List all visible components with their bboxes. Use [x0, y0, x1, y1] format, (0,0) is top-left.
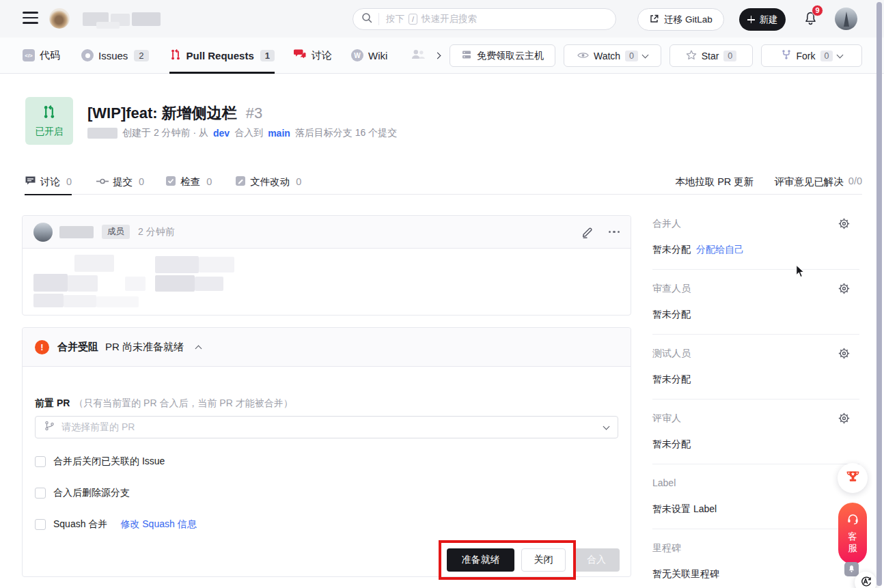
delete-branch-label: 合入后删除源分支	[53, 487, 130, 499]
bell-icon	[803, 16, 818, 28]
pr-meta-line: 创建于 2 分钟前 · 从 dev 合入到 main 落后目标分支 16 个提交	[87, 127, 397, 139]
reviewers-gear-icon[interactable]	[838, 283, 850, 297]
file-edit-icon	[235, 176, 246, 188]
mini-bell-icon	[848, 563, 855, 576]
top-header: 按下 / 快速开启搜索 迁移 GitLab 新建 9	[0, 0, 884, 38]
translate-button[interactable]	[855, 572, 876, 588]
merge-button-disabled[interactable]: 合入	[573, 548, 620, 572]
fork-count-badge: 0	[820, 51, 833, 61]
close-pr-button[interactable]: 关闭	[521, 548, 566, 572]
pull-request-icon	[169, 48, 182, 63]
headset-icon	[846, 514, 859, 527]
delete-branch-checkbox[interactable]	[35, 488, 46, 499]
prereq-pr-hint: （只有当前置的 PR 合入后，当前 PR 才能被合并）	[74, 397, 292, 408]
gitee-pull-request-page: 按下 / 快速开启搜索 迁移 GitLab 新建 9 </> 代码	[0, 0, 884, 588]
migrate-gitlab-button[interactable]: 迁移 GitLab	[637, 8, 724, 31]
star-button[interactable]: Star 0	[669, 44, 753, 67]
merge-blocked-subtitle: PR 尚未准备就绪	[105, 341, 184, 354]
edit-comment-icon[interactable]	[581, 226, 594, 238]
mini-notification-button[interactable]	[844, 562, 859, 576]
checkbox-row-squash: Squash 合并 修改 Squash 信息	[35, 518, 197, 531]
search-divider	[378, 13, 379, 25]
tab-pr-file-changes[interactable]: 文件改动 0	[235, 169, 301, 195]
pr-status-badge: 已开启	[25, 97, 73, 145]
close-issue-label: 合并后关闭已关联的 Issue	[53, 456, 165, 468]
pull-request-open-icon	[42, 104, 57, 122]
redacted-comment-content	[23, 249, 631, 316]
comment-icon	[25, 176, 36, 188]
support-label: 客服	[848, 531, 858, 554]
ready-button[interactable]: 准备就绪	[447, 548, 514, 572]
repo-action-buttons: 免费领取云主机 Watch 0 Star 0	[450, 44, 862, 67]
prereq-pr-select[interactable]: 请选择前置的 PR	[35, 416, 618, 438]
pull-pr-update-link[interactable]: 本地拉取 PR 更新	[675, 176, 754, 188]
translate-icon	[860, 576, 872, 588]
pr-number: #3	[246, 104, 262, 122]
squash-checkbox[interactable]	[35, 519, 46, 530]
fork-dropdown-chevron	[837, 51, 844, 58]
customer-support-button[interactable]: 客服	[838, 503, 867, 564]
notifications-bell[interactable]: 9	[803, 10, 821, 28]
review-resolved-count: 0/0	[848, 176, 862, 188]
hamburger-menu-icon[interactable]	[23, 12, 38, 25]
trophy-icon	[845, 469, 861, 488]
tab-wiki[interactable]: W Wiki	[351, 38, 387, 74]
collapse-chevron[interactable]	[195, 345, 202, 352]
comment-card: 成员 2 分钟前	[22, 215, 631, 316]
target-branch-link[interactable]: main	[268, 128, 290, 139]
review-resolved[interactable]: 评审意见已解决 0/0	[774, 176, 862, 188]
watch-button[interactable]: Watch 0	[564, 44, 661, 67]
close-issue-checkbox[interactable]	[35, 456, 46, 467]
more-actions-icon[interactable]	[609, 231, 620, 234]
server-icon	[461, 49, 472, 62]
tab-pull-requests[interactable]: Pull Requests 1	[169, 38, 275, 74]
plus-icon	[747, 16, 755, 23]
pr-sub-tabs: 讨论 0 提交 0 检查 0 文件改动 0 本地拉取 PR 更新	[25, 169, 862, 195]
vertical-scrollbar[interactable]	[876, 2, 882, 586]
tab-code[interactable]: </> 代码	[23, 38, 60, 74]
tab-pr-commits[interactable]: 提交 0	[96, 169, 144, 195]
nav-overflow-chevron[interactable]	[434, 52, 441, 59]
repo-owner-avatar[interactable]	[49, 8, 70, 29]
watch-count-badge: 0	[625, 51, 638, 61]
pr-count-badge: 1	[260, 50, 275, 61]
branch-icon	[44, 421, 55, 434]
source-branch-link[interactable]: dev	[213, 128, 230, 139]
testers-gear-icon[interactable]	[838, 348, 850, 362]
select-chevron-icon	[603, 423, 610, 430]
sidebar-section-milestone: 里程碑 暂无关联里程碑	[652, 529, 859, 588]
check-square-icon	[165, 176, 176, 188]
new-button[interactable]: 新建	[739, 8, 786, 31]
edit-squash-info-link[interactable]: 修改 Squash 信息	[120, 518, 196, 531]
redacted-comment-author	[59, 226, 94, 238]
eye-icon	[577, 51, 589, 61]
checkbox-row-delete-branch: 合入后删除源分支	[35, 487, 130, 499]
sidebar-section-label: Label 暂未设置 Label	[652, 464, 859, 529]
tab-pr-discussion[interactable]: 讨论 0	[25, 169, 72, 195]
redacted-author-name	[87, 128, 118, 139]
search-input[interactable]: 按下 / 快速开启搜索	[353, 8, 616, 30]
watch-dropdown-chevron	[642, 51, 649, 58]
free-cloud-host-button[interactable]: 免费领取云主机	[450, 44, 555, 67]
prereq-pr-label: 前置 PR	[35, 397, 70, 408]
comment-author-avatar[interactable]	[33, 223, 53, 242]
tab-issues[interactable]: Issues 2	[81, 38, 149, 74]
judges-gear-icon[interactable]	[838, 412, 850, 427]
issues-icon	[81, 49, 94, 61]
tab-discussion[interactable]: 讨论	[294, 38, 332, 74]
squash-label: Squash 合并	[53, 518, 107, 531]
fork-button[interactable]: Fork 0	[761, 44, 862, 67]
sidebar-section-judges: 评审人 暂未分配	[652, 400, 859, 464]
export-icon	[649, 14, 659, 26]
tab-pr-checks[interactable]: 检查 0	[165, 169, 212, 195]
redacted-repo-name	[83, 11, 163, 29]
current-user-avatar[interactable]	[835, 8, 857, 30]
rewards-trophy-button[interactable]	[838, 463, 868, 493]
assign-to-self-link[interactable]: 分配给自己	[696, 244, 744, 256]
fork-icon	[781, 49, 792, 62]
pr-title: [WIP]feat: 新增侧边栏#3	[87, 103, 262, 124]
sidebar-section-assignee: 合并人 暂未分配 分配给自己	[652, 205, 859, 270]
assignee-gear-icon[interactable]	[838, 218, 850, 232]
members-icon	[411, 49, 426, 62]
merge-blocked-header: ! 合并受阻 PR 尚未准备就绪	[23, 328, 631, 367]
